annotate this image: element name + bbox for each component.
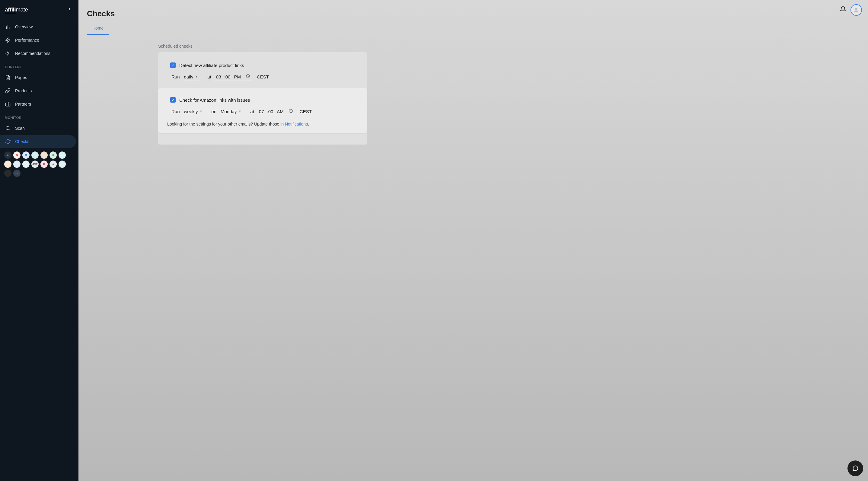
nav-label: Overview xyxy=(15,25,33,29)
nav-item-products[interactable]: Products xyxy=(0,85,76,97)
partner-badge[interactable] xyxy=(40,152,48,159)
nav-item-checks[interactable]: Checks xyxy=(0,135,76,148)
run-label: Run xyxy=(172,109,180,114)
frequency-select[interactable]: daily▼ xyxy=(183,74,199,80)
main-content: Checks Home Scheduled checks Detect new … xyxy=(79,0,868,481)
nav-label: Checks xyxy=(15,139,29,144)
notifications-button[interactable] xyxy=(840,6,846,14)
nav-label: Pages xyxy=(15,75,27,80)
svg-line-11 xyxy=(6,55,7,55)
bolt-icon xyxy=(5,37,11,43)
partner-badge[interactable]: a xyxy=(50,161,57,168)
time-input[interactable]: 03:00 PM xyxy=(214,73,252,80)
on-label: on xyxy=(211,109,216,114)
time-input[interactable]: 07:00 AM xyxy=(257,108,295,115)
nav-section-monitor: MONITOR Scan Checks xyxy=(0,111,79,149)
sidebar-header: affilimate xyxy=(0,0,79,19)
schedule-row: Run weekly▼ on Monday▼ at 07:00 xyxy=(170,108,355,115)
frequency-select[interactable]: weekly▼ xyxy=(183,108,204,115)
at-label: at xyxy=(250,109,254,114)
partner-badge[interactable] xyxy=(13,161,21,168)
nav-label: Products xyxy=(15,88,32,93)
section-title: Scheduled checks xyxy=(158,44,860,49)
brand-logo[interactable]: affilimate xyxy=(5,6,28,13)
link-icon xyxy=(5,88,11,94)
nav-item-overview[interactable]: Overview xyxy=(0,21,76,33)
chevron-down-icon: ▼ xyxy=(195,75,198,78)
nav-item-scan[interactable]: Scan xyxy=(0,122,76,135)
nav-label: Performance xyxy=(15,38,39,42)
check-label: Detect new affiliate product links xyxy=(179,63,244,68)
nav-item-recommendations[interactable]: Recommendations xyxy=(0,47,76,60)
nav-section-title-content: CONTENT xyxy=(0,62,79,71)
sun-icon xyxy=(5,51,11,57)
search-icon xyxy=(5,125,11,131)
check-block-amazon-issues: Check for Amazon links with issues Run w… xyxy=(158,88,367,133)
at-label: at xyxy=(207,74,211,79)
nav-label: Recommendations xyxy=(15,51,51,56)
run-label: Run xyxy=(172,74,180,79)
schedule-row: Run daily▼ at 03:00 PM CEST xyxy=(170,73,355,80)
nav-section-content: CONTENT Pages Products Partners xyxy=(0,60,79,111)
scheduled-checks-card: Detect new affiliate product links Run d… xyxy=(158,52,367,145)
clock-icon xyxy=(288,109,293,114)
help-button[interactable] xyxy=(847,460,863,476)
notifications-link[interactable]: Notifications xyxy=(285,122,308,126)
check-label: Check for Amazon links with issues xyxy=(179,97,250,103)
topbar xyxy=(79,0,868,20)
partner-badge[interactable] xyxy=(31,152,39,159)
svg-point-16 xyxy=(6,126,9,130)
day-select[interactable]: Monday▼ xyxy=(219,108,242,115)
checkbox-detect-links[interactable] xyxy=(170,62,176,68)
user-avatar[interactable] xyxy=(850,4,862,16)
chevron-down-icon: ▼ xyxy=(239,110,241,113)
nav-label: Scan xyxy=(15,126,25,131)
footer-text: Looking for the settings for your other … xyxy=(167,122,355,126)
nav-item-pages[interactable]: Pages xyxy=(0,71,76,84)
svg-line-17 xyxy=(9,129,10,130)
partner-badge[interactable]: G xyxy=(13,152,21,159)
tabs: Home xyxy=(87,22,860,35)
briefcase-icon xyxy=(5,101,11,107)
nav-section-top: Overview Performance Recommendations xyxy=(0,19,79,60)
partner-badge[interactable] xyxy=(59,161,66,168)
tab-home[interactable]: Home xyxy=(87,22,109,35)
sidebar-partner-badges: aGB$JRPKa••• xyxy=(0,149,79,180)
refresh-icon xyxy=(5,138,11,145)
svg-point-4 xyxy=(7,53,9,54)
sidebar-collapse-button[interactable] xyxy=(65,5,74,14)
partner-badge[interactable] xyxy=(22,161,30,168)
partner-badge[interactable]: JRP xyxy=(31,161,39,168)
sidebar: affilimate Overview Performance Recommen… xyxy=(0,0,79,481)
nav-label: Partners xyxy=(15,102,31,106)
timezone-label: CEST xyxy=(300,109,312,114)
svg-line-7 xyxy=(6,52,7,52)
bar-chart-icon xyxy=(5,24,11,30)
document-icon xyxy=(5,74,11,81)
svg-line-8 xyxy=(9,55,9,55)
partner-badge[interactable] xyxy=(4,169,11,177)
partner-badge[interactable]: $ xyxy=(50,152,57,159)
checkbox-amazon-issues[interactable] xyxy=(170,97,176,103)
check-block-detect-links: Detect new affiliate product links Run d… xyxy=(170,62,355,80)
partner-badge[interactable] xyxy=(59,152,66,159)
svg-rect-15 xyxy=(6,103,10,106)
chevron-down-icon: ▼ xyxy=(199,110,202,113)
svg-point-18 xyxy=(855,8,858,10)
partner-badge[interactable]: a xyxy=(4,152,11,159)
partner-badge[interactable]: K xyxy=(40,161,48,168)
svg-line-12 xyxy=(9,52,9,52)
clock-icon xyxy=(246,74,250,79)
partner-badge[interactable] xyxy=(4,161,11,168)
partner-badge[interactable]: B xyxy=(22,152,30,159)
partner-more-button[interactable]: ••• xyxy=(13,169,21,177)
nav-section-title-monitor: MONITOR xyxy=(0,112,79,122)
svg-marker-3 xyxy=(6,38,10,42)
nav-item-performance[interactable]: Performance xyxy=(0,34,76,46)
timezone-label: CEST xyxy=(257,74,269,79)
nav-item-partners[interactable]: Partners xyxy=(0,98,76,110)
